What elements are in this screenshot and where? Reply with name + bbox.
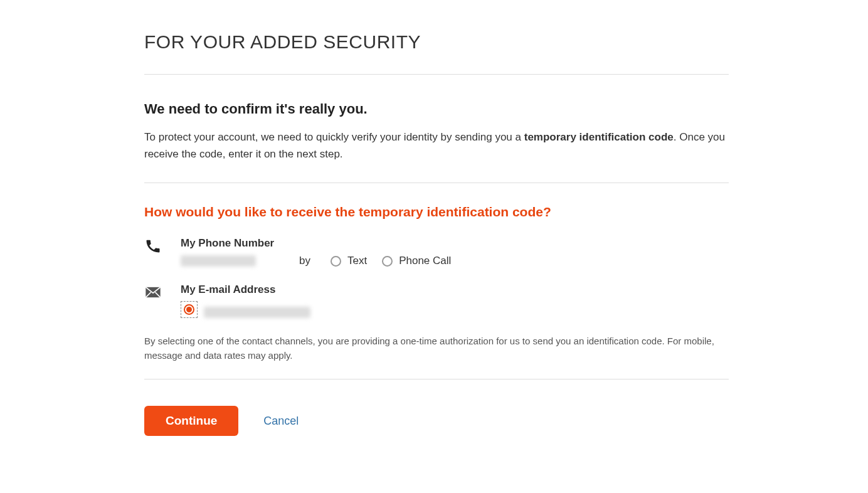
radio-text[interactable] [331, 256, 341, 267]
divider [144, 379, 729, 379]
divider [144, 183, 729, 183]
phone-icon [144, 237, 162, 255]
confirm-subheading: We need to confirm it's really you. [144, 101, 729, 117]
radio-text-label: Text [347, 255, 367, 267]
radio-phone-call[interactable] [382, 256, 393, 267]
email-address-masked [204, 307, 310, 318]
email-option-row: My E-mail Address [144, 284, 729, 318]
mail-icon [144, 284, 162, 301]
phone-label: My Phone Number [181, 237, 729, 250]
divider [144, 74, 729, 75]
radio-email[interactable] [184, 304, 194, 315]
continue-button[interactable]: Continue [144, 406, 238, 436]
phone-option-row: My Phone Number by Text Phone Call [144, 237, 729, 267]
page-title: FOR YOUR ADDED SECURITY [144, 31, 729, 53]
delivery-question: How would you like to receive the tempor… [144, 204, 729, 220]
intro-text: To protect your account, we need to quic… [144, 129, 729, 162]
radio-email-wrap[interactable] [181, 301, 198, 318]
action-bar: Continue Cancel [144, 406, 729, 436]
disclaimer-text: By selecting one of the contact channels… [144, 334, 729, 363]
phone-number-masked [181, 255, 256, 267]
intro-strong: temporary identification code [524, 131, 674, 143]
cancel-link[interactable]: Cancel [263, 415, 299, 428]
radio-call-label: Phone Call [399, 255, 451, 267]
email-label: My E-mail Address [181, 284, 729, 296]
by-text: by [299, 255, 310, 267]
intro-prefix: To protect your account, we need to quic… [144, 131, 524, 143]
